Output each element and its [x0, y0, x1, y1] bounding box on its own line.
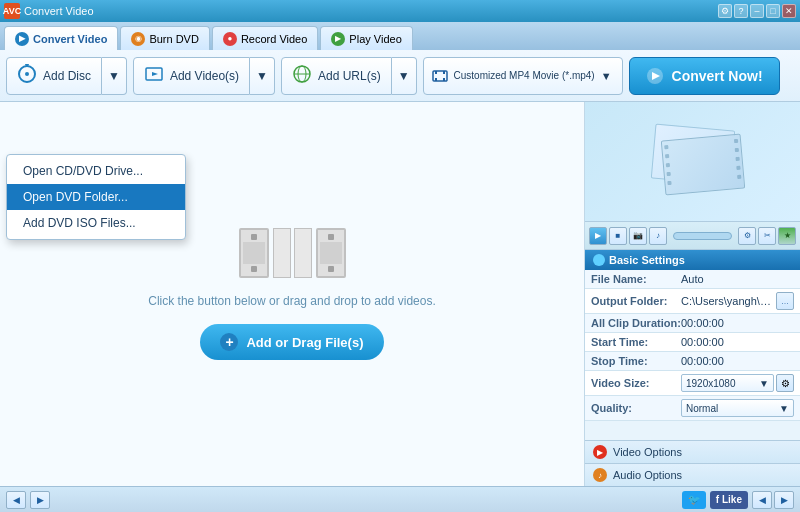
- film-strip-icon: [239, 228, 346, 278]
- play-tab-icon: ▶: [331, 32, 345, 46]
- prev-button[interactable]: ◀: [752, 491, 772, 509]
- audio-options-section[interactable]: ♪ Audio Options: [585, 463, 800, 486]
- add-url-group: Add URL(s) ▼: [281, 57, 417, 95]
- svg-rect-15: [664, 153, 668, 157]
- settings-row-duration: All Clip Duration: 00:00:00: [585, 314, 800, 333]
- facebook-button[interactable]: f Like: [710, 491, 748, 509]
- close-icon[interactable]: ✕: [782, 4, 796, 18]
- tab-convert-video[interactable]: ▶ Convert Video: [4, 26, 118, 50]
- add-file-button[interactable]: + Add or Drag File(s): [200, 324, 383, 360]
- svg-rect-19: [733, 138, 737, 142]
- burn-tab-icon: ◉: [131, 32, 145, 46]
- minimize-icon[interactable]: –: [750, 4, 764, 18]
- add-url-dropdown[interactable]: ▼: [392, 57, 417, 95]
- browse-button[interactable]: …: [776, 292, 794, 310]
- stop-value: 00:00:00: [681, 355, 794, 367]
- video-options-icon: ▶: [593, 445, 607, 459]
- add-disc-icon: [17, 64, 37, 87]
- menu-item-add-iso[interactable]: Add DVD ISO Files...: [7, 210, 185, 236]
- format-select[interactable]: Customized MP4 Movie (*.mp4) ▼: [423, 57, 623, 95]
- svg-rect-11: [435, 78, 437, 81]
- settings-panel: Basic Settings File Name: Auto Output Fo…: [585, 250, 800, 440]
- add-disc-dropdown[interactable]: ▼: [102, 57, 127, 95]
- video-options-section[interactable]: ▶ Video Options: [585, 440, 800, 463]
- add-videos-group: Add Video(s) ▼: [133, 57, 275, 95]
- duration-label: All Clip Duration:: [591, 317, 681, 329]
- play-button[interactable]: ▶: [589, 227, 607, 245]
- menu-item-open-folder[interactable]: Open DVD Folder...: [7, 184, 185, 210]
- settings-row-size: Video Size: 1920x1080 ▼ ⚙: [585, 371, 800, 396]
- video-size-select[interactable]: 1920x1080 ▼: [681, 374, 774, 392]
- settings-row-quality: Quality: Normal ▼: [585, 396, 800, 421]
- preview-area: [585, 102, 800, 222]
- add-url-button[interactable]: Add URL(s): [281, 57, 392, 95]
- social-buttons: 🐦 f Like ◀ ▶: [682, 491, 794, 509]
- settings-button[interactable]: ⚙: [738, 227, 756, 245]
- volume-button[interactable]: ♪: [649, 227, 667, 245]
- help-icon[interactable]: ?: [734, 4, 748, 18]
- media-controls: ▶ ■ 📷 ♪ ⚙ ✂ ★: [585, 222, 800, 250]
- svg-rect-22: [736, 165, 740, 169]
- settings-row-filename: File Name: Auto: [585, 270, 800, 289]
- quality-select[interactable]: Normal ▼: [681, 399, 794, 417]
- toolbar: Add Disc ▼ Add Video(s) ▼ Add URL(s) ▼ C…: [0, 50, 800, 102]
- add-videos-label: Add Video(s): [170, 69, 239, 83]
- right-panel: ▶ ■ 📷 ♪ ⚙ ✂ ★ Basic Settings File Name: …: [585, 102, 800, 486]
- plus-circle-icon: +: [220, 333, 238, 351]
- tab-convert-label: Convert Video: [33, 33, 107, 45]
- add-file-label: Add or Drag File(s): [246, 335, 363, 350]
- svg-rect-18: [667, 180, 671, 184]
- stop-button[interactable]: ■: [609, 227, 627, 245]
- stop-label: Stop Time:: [591, 355, 681, 367]
- cut-button[interactable]: ✂: [758, 227, 776, 245]
- quality-arrow: ▼: [779, 403, 789, 414]
- menu-item-open-drive[interactable]: Open CD/DVD Drive...: [7, 158, 185, 184]
- convert-now-button[interactable]: Convert Now!: [629, 57, 780, 95]
- format-dropdown-arrow: ▼: [601, 70, 612, 82]
- start-label: Start Time:: [591, 336, 681, 348]
- maximize-icon[interactable]: □: [766, 4, 780, 18]
- nav-back-button[interactable]: ◀: [6, 491, 26, 509]
- main-area: Open CD/DVD Drive... Open DVD Folder... …: [0, 102, 800, 486]
- effect-button[interactable]: ★: [778, 227, 796, 245]
- svg-rect-9: [435, 71, 437, 74]
- nav-forward-button[interactable]: ▶: [30, 491, 50, 509]
- film-strip-middle: [273, 228, 312, 278]
- start-value: 00:00:00: [681, 336, 794, 348]
- add-videos-button[interactable]: Add Video(s): [133, 57, 250, 95]
- film-preview: [643, 127, 743, 197]
- nav-buttons: ◀ ▶: [752, 491, 794, 509]
- add-disc-button[interactable]: Add Disc: [6, 57, 102, 95]
- quality-label: Quality:: [591, 402, 681, 414]
- title-bar: AVC Convert Video ⚙ ? – □ ✕: [0, 0, 800, 22]
- window-controls: ⚙ ? – □ ✕: [718, 4, 796, 18]
- tab-play-label: Play Video: [349, 33, 401, 45]
- drop-hint-text: Click the button below or drag and drop …: [148, 294, 436, 308]
- quality-value: Normal: [686, 403, 718, 414]
- twitter-icon: 🐦: [688, 494, 700, 505]
- film-holes: [661, 134, 743, 194]
- snapshot-button[interactable]: 📷: [629, 227, 647, 245]
- tab-record-video[interactable]: ● Record Video: [212, 26, 318, 50]
- format-label: Customized MP4 Movie (*.mp4): [454, 70, 595, 81]
- tab-play-video[interactable]: ▶ Play Video: [320, 26, 412, 50]
- tab-record-label: Record Video: [241, 33, 307, 45]
- bottom-left-controls: ◀ ▶: [6, 491, 50, 509]
- audio-options-label: Audio Options: [613, 469, 682, 481]
- tab-burn-label: Burn DVD: [149, 33, 199, 45]
- convert-label: Convert Now!: [672, 68, 763, 84]
- left-panel: Open CD/DVD Drive... Open DVD Folder... …: [0, 102, 585, 486]
- next-button[interactable]: ▶: [774, 491, 794, 509]
- add-videos-dropdown[interactable]: ▼: [250, 57, 275, 95]
- tab-burn-dvd[interactable]: ◉ Burn DVD: [120, 26, 210, 50]
- settings-header-icon: [593, 254, 605, 266]
- video-options-label: Video Options: [613, 446, 682, 458]
- video-size-settings[interactable]: ⚙: [776, 374, 794, 392]
- settings-icon[interactable]: ⚙: [718, 4, 732, 18]
- add-videos-icon: [144, 64, 164, 87]
- twitter-button[interactable]: 🐦: [682, 491, 706, 509]
- add-url-icon: [292, 64, 312, 87]
- record-tab-icon: ●: [223, 32, 237, 46]
- filename-label: File Name:: [591, 273, 681, 285]
- progress-bar[interactable]: [673, 232, 732, 240]
